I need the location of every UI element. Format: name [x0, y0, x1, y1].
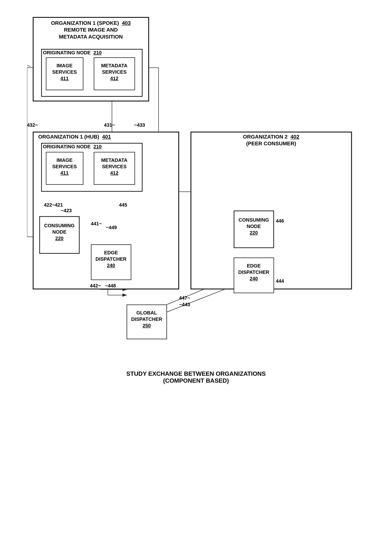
svg-line-29	[167, 286, 234, 312]
edge-dispatcher-org1-box: EDGE DISPATCHER 240	[91, 244, 131, 280]
ref-447: 447~	[179, 295, 190, 301]
ref-423: ~423	[61, 208, 72, 213]
org1-spoke-title: ORGANIZATION 1 (SPOKE) 403 REMOTE IMAGE …	[38, 20, 144, 40]
ref-443: ~443	[179, 302, 190, 307]
org1-hub-title: ORGANIZATION 1 (HUB) 401	[38, 133, 111, 140]
ref-431: 431~	[104, 122, 115, 128]
ref-422: 422~	[44, 202, 55, 208]
ref-433: ~433	[134, 122, 145, 128]
metadata-services-spoke-box: METADATA SERVICES 412	[94, 57, 135, 90]
metadata-services-hub-box: METADATA SERVICES 412	[94, 152, 135, 185]
originating-node-spoke-label: ORIGINATING NODE 210	[43, 50, 102, 56]
ref-449: ~449	[106, 225, 117, 231]
caption: STUDY EXCHANGE BETWEEN ORGANIZATIONS (CO…	[126, 370, 266, 384]
ref-446: 446	[276, 218, 284, 224]
org2-title: ORGANIZATION 2 402 (PEER CONSUMER)	[191, 133, 352, 147]
ref-444: 444	[276, 278, 284, 284]
ref-448: ~448	[105, 283, 116, 289]
ref-432: 432~	[27, 122, 38, 128]
image-services-spoke-box: IMAGE SERVICES 411	[46, 57, 83, 90]
org1-spoke-ref: 403	[122, 20, 131, 26]
edge-dispatcher-org2-box: EDGE DISPATCHER 240	[234, 258, 274, 293]
consuming-node-org2-box: CONSUMING NODE 220	[234, 211, 274, 248]
originating-node-hub-label: ORIGINATING NODE 210	[43, 144, 102, 150]
ref-441: 441~	[91, 221, 102, 227]
ref-445: 445	[119, 202, 127, 208]
ref-442: 442~	[90, 283, 101, 289]
image-services-hub-box: IMAGE SERVICES 411	[46, 152, 83, 185]
consuming-node-org1-box: CONSUMING NODE 220	[39, 216, 80, 254]
global-dispatcher-box: GLOBAL DISPATCHER 250	[127, 305, 167, 339]
ref-421: 421	[55, 202, 63, 208]
